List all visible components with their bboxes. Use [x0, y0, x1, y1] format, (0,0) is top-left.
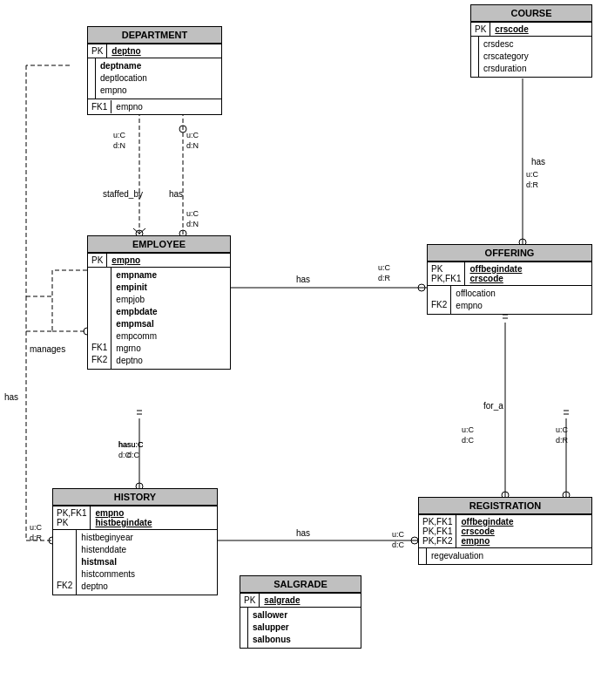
- offering-entity: OFFERING PK PK,FK1 offbegindate crscode …: [427, 244, 592, 315]
- salgrade-entity: SALGRADE PK salgrade sallower salupper s…: [240, 575, 361, 649]
- label-uc-offering-reg: u:C: [462, 425, 474, 434]
- label-uc-dept-has: u:C: [186, 131, 199, 139]
- course-pk-label: PK: [471, 23, 490, 36]
- salgrade-pk-attr: salgrade: [260, 594, 304, 607]
- registration-title: REGISTRATION: [419, 498, 591, 514]
- label-dc-hist: hasu:C: [118, 440, 144, 449]
- label-uc-left: u:C: [30, 523, 42, 532]
- offering-title: OFFERING: [428, 245, 591, 262]
- registration-attrs: regevaluation: [427, 548, 488, 564]
- employee-title: EMPLOYEE: [88, 236, 230, 253]
- label-dn-dept-staffed: d:N: [113, 141, 125, 150]
- history-title: HISTORY: [53, 489, 217, 506]
- employee-pk-label: PK: [88, 254, 107, 267]
- er-diagram: DEPARTMENT PK deptno deptname deptlocati…: [0, 0, 601, 700]
- history-entity: HISTORY PK,FK1 PK empno histbegindate FK…: [52, 488, 218, 595]
- department-pk-label: PK: [88, 44, 107, 58]
- department-title: DEPARTMENT: [88, 27, 221, 44]
- department-pk-attr: deptno: [107, 44, 145, 58]
- employee-fk-labels: FK1 FK2: [88, 268, 111, 369]
- offering-fk2-label: FK2: [428, 286, 451, 314]
- history-pk-attrs: empno histbegindate: [91, 506, 156, 529]
- department-entity: DEPARTMENT PK deptno deptname deptlocati…: [87, 26, 222, 115]
- label-dc-hist2: d:C: [127, 451, 139, 459]
- course-title: COURSE: [471, 5, 591, 22]
- label-dn-dept-has2: d:N: [186, 220, 199, 228]
- label-has-left: has: [4, 392, 18, 402]
- employee-attrs: empname empinit empjob empbdate empmsal …: [111, 268, 161, 369]
- svg-line-3: [139, 228, 145, 234]
- registration-fk-empty: [419, 548, 427, 564]
- history-pk-labels: PK,FK1 PK: [53, 506, 91, 529]
- history-attrs: histbeginyear histenddate histmsal histc…: [77, 530, 139, 595]
- label-dr-reg-right: d:R: [556, 436, 568, 445]
- label-dr-course: d:R: [526, 180, 538, 189]
- history-fk2-label: FK2: [53, 530, 77, 595]
- registration-pk-attrs: offbegindate crscode empno: [456, 515, 517, 547]
- salgrade-title: SALGRADE: [240, 576, 361, 593]
- label-has-emp-history: has: [296, 528, 310, 538]
- course-pk-attr: crscode: [490, 23, 532, 36]
- label-has-course-offering: has: [531, 157, 545, 167]
- svg-point-5: [179, 126, 186, 133]
- label-dc-offering-reg: d:C: [462, 436, 474, 445]
- label-dr-left: d:R: [30, 533, 42, 542]
- label-uc-dept-has2: u:C: [186, 209, 199, 218]
- registration-entity: REGISTRATION PK,FK1 PK,FK1 PK,FK2 offbeg…: [418, 497, 592, 565]
- registration-pk-labels: PK,FK1 PK,FK1 PK,FK2: [419, 515, 456, 547]
- label-has-emp-offering: has: [296, 275, 310, 284]
- salgrade-attrs: sallower salupper salbonus: [248, 608, 295, 648]
- label-uc-emp-offering: u:C: [378, 263, 390, 272]
- label-uc-dept-staffed: u:C: [113, 131, 125, 139]
- label-uc-course: u:C: [526, 170, 538, 179]
- department-fk1-label: FK1: [88, 100, 111, 113]
- label-staffed-by: staffed_by: [103, 189, 143, 199]
- label-for-a: for_a: [483, 401, 503, 411]
- salgrade-fk-empty: [240, 608, 248, 648]
- svg-point-28: [411, 537, 418, 544]
- label-manages: manages: [30, 344, 65, 354]
- label-has-dept-emp: has: [169, 189, 183, 199]
- department-fk-label: [88, 58, 96, 99]
- employee-pk-attr: empno: [107, 254, 145, 267]
- salgrade-pk-label: PK: [240, 594, 260, 607]
- label-dc-reg2: d:C: [392, 540, 404, 549]
- svg-point-20: [418, 284, 425, 291]
- offering-pk-labels: PK PK,FK1: [428, 262, 465, 285]
- svg-line-2: [133, 228, 139, 234]
- employee-entity: EMPLOYEE PK empno FK1 FK2 empname empini…: [87, 235, 231, 370]
- department-attrs: deptname deptlocation empno: [96, 58, 152, 99]
- label-dr-emp-offering: d:R: [378, 274, 390, 282]
- label-uc-reg-right: u:C: [556, 425, 568, 434]
- course-attrs: crsdesc crscategory crsduration: [479, 37, 533, 77]
- course-fk-empty: [471, 37, 479, 77]
- course-entity: COURSE PK crscode crsdesc crscategory cr…: [470, 4, 592, 78]
- label-dn-dept-has: d:N: [186, 141, 199, 150]
- offering-attrs: offlocation empno: [451, 286, 499, 314]
- department-fk1-attr: empno: [111, 100, 147, 113]
- label-dc-reg: u:C: [392, 530, 404, 539]
- offering-pk-attrs: offbegindate crscode: [465, 262, 526, 285]
